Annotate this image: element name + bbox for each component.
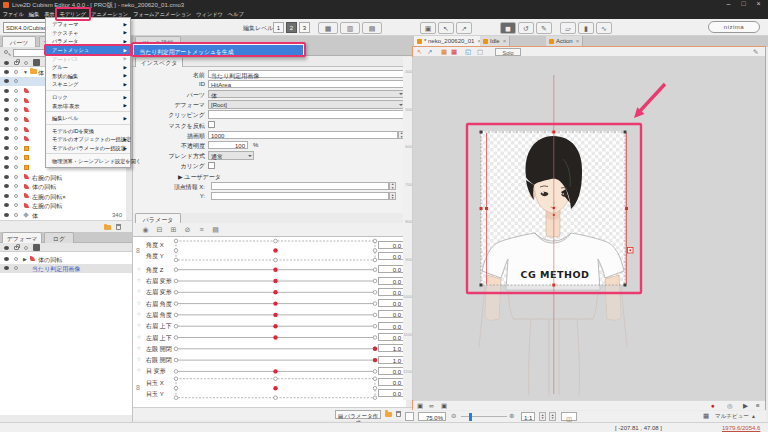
expand-icon[interactable]: ▼ bbox=[23, 69, 28, 75]
visibility-icon[interactable] bbox=[4, 194, 9, 198]
menu-item-12[interactable]: 編集レベル▶ bbox=[46, 114, 130, 123]
parameter-value[interactable]: 0.0 bbox=[378, 265, 404, 273]
edit-level-1[interactable]: 1 bbox=[273, 22, 284, 33]
lock-toggle-icon[interactable] bbox=[14, 127, 18, 131]
delete-icon[interactable] bbox=[116, 224, 121, 230]
lock-toggle-icon[interactable] bbox=[14, 136, 18, 140]
tool-button-3-0[interactable]: ▱ bbox=[560, 22, 576, 34]
lock-toggle-icon[interactable] bbox=[14, 165, 18, 169]
param-toolbar-no-key[interactable]: ⊘ bbox=[181, 225, 194, 234]
lock-toggle-icon[interactable] bbox=[14, 70, 18, 74]
snapshot-tool-1[interactable]: ∞ bbox=[429, 402, 434, 410]
new-folder-icon[interactable] bbox=[385, 412, 392, 417]
parts-list-row[interactable]: 左腕の回転× bbox=[0, 191, 132, 201]
list-options-icon[interactable] bbox=[33, 244, 40, 251]
parameter-value[interactable]: 0.0 bbox=[378, 277, 404, 285]
menu-item-15[interactable]: モデルのオブジェクトの一括設定▶ bbox=[46, 135, 130, 144]
visibility-icon[interactable] bbox=[4, 257, 9, 261]
lock-toggle-icon[interactable] bbox=[14, 194, 18, 198]
visibility-icon[interactable] bbox=[4, 146, 9, 150]
visibility-icon[interactable] bbox=[4, 117, 9, 121]
close-button[interactable]: × bbox=[751, 0, 766, 7]
zoom-slider-handle[interactable] bbox=[469, 413, 472, 421]
visibility-icon[interactable] bbox=[4, 266, 9, 270]
expand-icon[interactable]: ▶ bbox=[23, 256, 27, 262]
visibility-icon[interactable] bbox=[4, 70, 9, 74]
spin-up-down[interactable]: ▲▼ bbox=[539, 412, 546, 421]
zoom-level[interactable]: 75.0% bbox=[418, 412, 446, 421]
model-canvas[interactable]: CG METHOD bbox=[413, 57, 765, 400]
visibility-icon[interactable] bbox=[4, 213, 9, 217]
menu-item-5[interactable]: グルー▶ bbox=[46, 63, 130, 72]
lock-toggle-icon[interactable] bbox=[14, 184, 18, 188]
tool-button-2-2[interactable]: ✎ bbox=[536, 22, 552, 34]
parts-list-row[interactable]: 体の回転 bbox=[0, 182, 132, 192]
lock-toggle-icon[interactable] bbox=[14, 266, 18, 270]
param-toolbar-list-detail[interactable]: ▤ bbox=[209, 225, 222, 234]
parts-list-row[interactable]: 左腕の回転 bbox=[0, 201, 132, 211]
menu-6[interactable]: ウィンドウ bbox=[194, 9, 226, 19]
edit-level-3[interactable]: 3 bbox=[299, 22, 310, 33]
tool-button-3-1[interactable]: ▮ bbox=[578, 22, 594, 34]
lock-toggle-icon[interactable] bbox=[14, 146, 18, 150]
tool-button-0-1[interactable]: ▥ bbox=[340, 22, 360, 34]
tool-button-0-0[interactable]: ▦ bbox=[318, 22, 338, 34]
parameter-value[interactable]: 0.0 bbox=[378, 241, 404, 249]
field-クリッピング[interactable] bbox=[208, 110, 405, 119]
visibility-icon[interactable] bbox=[4, 79, 9, 83]
playback-tool-0[interactable]: ● bbox=[711, 402, 715, 410]
playback-tool-2[interactable]: ▶ bbox=[743, 402, 748, 410]
field-デフォーマ[interactable]: [Root] bbox=[208, 100, 405, 109]
nizima-button[interactable]: nizima bbox=[708, 21, 760, 33]
parameter-value[interactable]: 0.0 bbox=[378, 310, 404, 318]
menu-item-7[interactable]: スキニング▶ bbox=[46, 80, 130, 89]
parameter-value[interactable]: 0.0 bbox=[378, 333, 404, 341]
zoom-in-icon[interactable]: ⊕ bbox=[509, 412, 514, 420]
deformer-list-row[interactable]: 当たり判定用画像 bbox=[0, 264, 132, 274]
param-toolbar-slider-left[interactable]: ⊟ bbox=[153, 225, 166, 234]
lock-toggle-icon[interactable] bbox=[14, 156, 18, 160]
visibility-icon[interactable] bbox=[4, 203, 9, 207]
menu-item-6[interactable]: 形状の編集▶ bbox=[46, 72, 130, 81]
menu-item-10[interactable]: 表示/非表示▶ bbox=[46, 101, 130, 110]
visibility-icon[interactable] bbox=[4, 136, 9, 140]
deformer-list-row[interactable]: ▶体の回転 bbox=[0, 254, 132, 264]
tab-deformer[interactable]: デフォーマ bbox=[2, 232, 42, 243]
field-不透明度[interactable]: 100 bbox=[208, 141, 248, 150]
tool-button-2-1[interactable]: ↺ bbox=[518, 22, 534, 34]
param-toolbar-play-circle[interactable]: ◉ bbox=[139, 225, 152, 234]
visibility-icon[interactable] bbox=[4, 108, 9, 112]
tool-button-0-2[interactable]: ▤ bbox=[362, 22, 382, 34]
spinner-buttons[interactable]: ▲▼ bbox=[389, 192, 396, 201]
minimize-button[interactable]: – bbox=[721, 0, 736, 7]
lock-toggle-icon[interactable] bbox=[14, 203, 18, 207]
field-名前[interactable]: 当たり判定用画像 bbox=[208, 70, 405, 79]
checkbox-マスクを反転[interactable] bbox=[208, 121, 215, 128]
menu-item-14[interactable]: モデルのIDを変換 bbox=[46, 127, 130, 136]
tab-parts[interactable]: パーツ bbox=[2, 36, 36, 47]
parameter-value[interactable]: 0.0 bbox=[378, 389, 404, 397]
list-options-icon[interactable] bbox=[33, 59, 40, 66]
tab-log[interactable]: ログ bbox=[44, 232, 74, 243]
canvas-tool-3[interactable]: ▦ bbox=[451, 48, 457, 56]
parts-list-row[interactable]: 体340 bbox=[0, 210, 132, 220]
menu-item-9[interactable]: ロック▶ bbox=[46, 93, 130, 102]
parameter-value[interactable]: 0.0 bbox=[378, 322, 404, 330]
tool-button-3-2[interactable]: ∿ bbox=[596, 22, 612, 34]
field-パーツ[interactable]: 体 bbox=[208, 90, 405, 99]
menu-item-18[interactable]: 物理演算・シーンブレンド設定を開く bbox=[46, 156, 130, 165]
menu-7[interactable]: ヘルプ bbox=[225, 9, 246, 19]
visibility-icon[interactable] bbox=[4, 175, 9, 179]
multiview-grid-icon[interactable]: ▦ bbox=[703, 412, 709, 420]
canvas-tool-0[interactable]: ↖ bbox=[417, 48, 422, 56]
parameter-value[interactable]: 0.0 bbox=[378, 378, 404, 386]
tool-button-1-2[interactable]: ↗ bbox=[456, 22, 472, 34]
field-Y:[interactable] bbox=[211, 192, 389, 201]
field-ブレンド方式[interactable]: 通常 bbox=[208, 151, 254, 160]
lock-toggle-icon[interactable] bbox=[14, 175, 18, 179]
tab-parameter[interactable]: パラメータ bbox=[135, 213, 181, 223]
canvas-tool-1[interactable]: ↗ bbox=[427, 48, 432, 56]
lock-toggle-icon[interactable] bbox=[14, 89, 18, 93]
lock-toggle-icon[interactable] bbox=[14, 108, 18, 112]
menu-item-0[interactable]: デフォーマ▶ bbox=[46, 20, 130, 29]
